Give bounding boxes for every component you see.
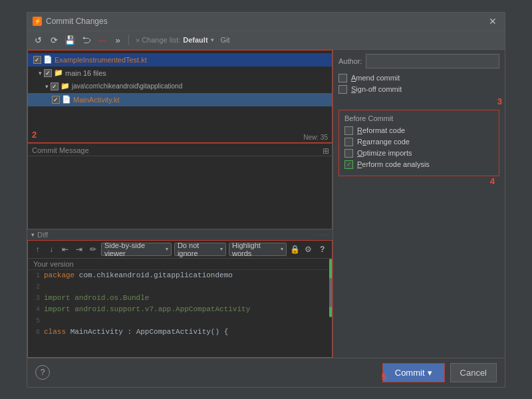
- kt-file-icon: 📄: [43, 55, 53, 64]
- commit-dropdown-arrow-icon: ▾: [428, 368, 432, 378]
- commit-message-input[interactable]: [28, 156, 332, 229]
- commit-message-area: Commit Message ⊞: [27, 143, 332, 229]
- changelist-prefix-label: » Change list:: [136, 36, 180, 44]
- optimize-checkbox[interactable]: [344, 149, 353, 158]
- diff-copy-right-icon[interactable]: ⇥: [73, 243, 84, 255]
- badge-4: 4: [490, 176, 495, 186]
- diff-code-panel: Your version 1 package com.chikeandroid.…: [28, 259, 332, 357]
- line-num-4: 4: [28, 305, 44, 313]
- diff-down-icon[interactable]: ↓: [46, 243, 57, 255]
- help-button[interactable]: ?: [35, 365, 50, 380]
- main-toolbar: ↺ ⟳ 💾 ⮌ — » » Change list: Default ▾ Git: [27, 31, 505, 50]
- help-diff-icon[interactable]: ?: [317, 243, 328, 255]
- code-line-1: 1 package com.chikeandroid.gitapplicatio…: [28, 271, 332, 283]
- file-name-mainactivity: MainActivity.kt: [73, 96, 119, 104]
- author-input[interactable]: [366, 54, 499, 68]
- main-content: ✓ 📄 ExampleInstrumentedTest.kt ▾ ✓ 📁 mai…: [27, 50, 505, 358]
- diff-label-text: Diff: [37, 231, 48, 239]
- settings-icon[interactable]: ⚙: [303, 243, 314, 255]
- new-count: New: 35: [303, 134, 328, 141]
- changelist-dropdown-icon[interactable]: ▾: [211, 37, 214, 43]
- diff-edit-icon[interactable]: ✏: [87, 243, 98, 255]
- commit-msg-expand-icon[interactable]: ⊞: [323, 146, 329, 156]
- file-tree: ✓ 📄 ExampleInstrumentedTest.kt ▾ ✓ 📁 mai…: [27, 50, 332, 143]
- changelist-selector: » Change list: Default ▾: [136, 36, 214, 44]
- author-row: Author:: [338, 54, 499, 68]
- line-num-6: 6: [28, 328, 44, 336]
- reload-button[interactable]: ⟳: [47, 33, 61, 47]
- rearrange-checkbox[interactable]: [344, 138, 353, 146]
- line-content-6: class MainActivity : AppCompatActivity()…: [44, 328, 228, 336]
- kt-file-icon-main: 📄: [62, 95, 71, 104]
- analyze-label[interactable]: Perform code analysis: [357, 160, 430, 168]
- diff-copy-left-icon[interactable]: ⇤: [60, 243, 71, 255]
- reformat-label[interactable]: Reformat code: [357, 126, 405, 134]
- revert-button[interactable]: ⮌: [79, 33, 92, 47]
- file-name-example: ExampleInstrumentedTest.kt: [55, 56, 147, 64]
- code-line-6: 6 class MainActivity : AppCompatActivity…: [28, 328, 332, 339]
- tree-checkbox-java[interactable]: ✓: [51, 82, 59, 90]
- badge-2: 2: [32, 130, 37, 140]
- code-line-3: 3 import android.os.Bundle: [28, 294, 332, 305]
- code-line-2: 2: [28, 283, 332, 294]
- code-line-5: 5: [28, 317, 332, 328]
- folder-name-main: main 16 files: [65, 69, 106, 77]
- tree-checkbox-mainactivity[interactable]: ✓: [52, 96, 60, 104]
- side-by-side-arrow-icon: ▾: [166, 246, 168, 252]
- line-num-3: 3: [28, 294, 44, 302]
- dots-button[interactable]: »: [111, 33, 124, 47]
- analyze-checkbox[interactable]: ✓: [344, 160, 353, 169]
- line-num-5: 5: [28, 317, 44, 325]
- commit-button-label: Commit: [395, 368, 425, 378]
- diff-label[interactable]: ▾ Diff ······: [27, 229, 332, 240]
- highlight-label: Highlight words: [232, 241, 279, 257]
- remove-button[interactable]: —: [95, 33, 108, 47]
- line-content-3: import android.os.Bundle: [44, 294, 149, 302]
- git-label: Git: [221, 36, 230, 44]
- signoff-commit-checkbox[interactable]: [338, 85, 347, 94]
- diff-viewer-toolbar: ↑ ↓ ⇤ ⇥ ✏ Side-by-side viewer ▾ Do not i…: [28, 241, 332, 259]
- file-tree-inner: ✓ 📄 ExampleInstrumentedTest.kt ▾ ✓ 📁 mai…: [28, 51, 332, 109]
- rearrange-label[interactable]: Rearrange code: [357, 138, 410, 146]
- before-commit-box: Before Commit Reformat code Rearrange co…: [338, 110, 499, 176]
- reformat-checkbox[interactable]: [344, 126, 353, 135]
- side-by-side-label: Side-by-side viewer: [104, 241, 164, 257]
- highlight-dropdown[interactable]: Highlight words ▾: [229, 243, 287, 256]
- commit-button[interactable]: Commit ▾: [382, 363, 445, 382]
- folder-icon-main: 📁: [54, 68, 63, 77]
- line-num-2: 2: [28, 283, 44, 291]
- side-by-side-dropdown[interactable]: Side-by-side viewer ▾: [101, 243, 172, 256]
- amend-commit-row: Amend commit: [338, 74, 499, 82]
- tree-checkbox-example[interactable]: ✓: [33, 56, 41, 64]
- ignore-dropdown[interactable]: Do not ignore ▾: [174, 243, 226, 256]
- cancel-button[interactable]: Cancel: [450, 363, 497, 382]
- dialog-title: Commit Changes: [46, 17, 486, 26]
- amend-commit-checkbox[interactable]: [338, 74, 347, 82]
- optimize-label[interactable]: Optimize imports: [357, 149, 412, 157]
- diff-section: ▾ Diff ······: [27, 229, 332, 240]
- title-bar: ⚡ Commit Changes ✕: [27, 13, 505, 31]
- code-lines: 1 package com.chikeandroid.gitapplicatio…: [28, 270, 332, 357]
- tree-arrow-java: ▾: [45, 83, 49, 90]
- commit-message-label: Commit Message: [28, 144, 332, 156]
- amend-commit-label[interactable]: Amend commit: [351, 74, 400, 82]
- bottom-bar: ? 5 Commit ▾ Cancel: [27, 358, 505, 387]
- tree-item-main[interactable]: ▾ ✓ 📁 main 16 files: [28, 66, 332, 80]
- code-line-4: 4 import android.support.v7.app.AppCompa…: [28, 305, 332, 317]
- tree-checkbox-main[interactable]: ✓: [44, 69, 52, 77]
- save-button[interactable]: 💾: [63, 33, 76, 47]
- close-button[interactable]: ✕: [486, 15, 499, 28]
- ignore-label: Do not ignore: [178, 241, 218, 257]
- folder-name-java: java\com\chikeandroid\gitapplicationd: [72, 82, 182, 90]
- refresh-button[interactable]: ↺: [31, 33, 45, 47]
- version-label: Your version: [28, 259, 332, 270]
- signoff-commit-label[interactable]: Sign-off commit: [351, 85, 402, 93]
- lock-icon[interactable]: 🔒: [289, 243, 301, 255]
- tree-item-mainactivity[interactable]: ✓ 📄 MainActivity.kt: [28, 93, 332, 106]
- folder-icon-java: 📁: [61, 82, 70, 90]
- tree-item-java[interactable]: ▾ ✓ 📁 java\com\chikeandroid\gitapplicati…: [28, 80, 332, 93]
- line-content-1: package com.chikeandroid.gitapplicationd…: [44, 271, 233, 279]
- changelist-value: Default: [183, 36, 207, 44]
- tree-item-example[interactable]: ✓ 📄 ExampleInstrumentedTest.kt: [28, 53, 332, 66]
- diff-up-icon[interactable]: ↑: [32, 243, 43, 255]
